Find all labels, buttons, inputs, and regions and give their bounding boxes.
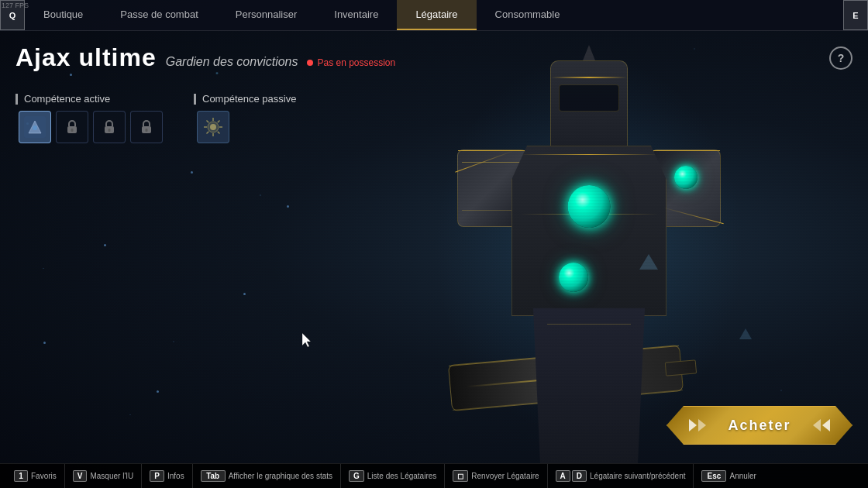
svg-rect-7 [146, 129, 148, 132]
svg-line-14 [218, 132, 220, 134]
hotkey-label-infos: Infos [167, 472, 184, 480]
hotkey-key-pair-ad: A D [556, 470, 587, 482]
skill-icon-passive-1[interactable] [197, 111, 229, 143]
hotkey-key-v: V [73, 470, 88, 482]
skill-icon-1[interactable] [19, 111, 51, 143]
hotkey-infos: P Infos [142, 464, 192, 488]
skill-icon-2[interactable] [56, 111, 88, 143]
svg-rect-4 [105, 126, 114, 133]
svg-point-17 [210, 124, 216, 130]
active-skills-group: Compétence active [16, 93, 163, 143]
hotkey-graphique: Tab Afficher le graphique des stats [193, 464, 341, 488]
character-name: Ajax ultime [16, 43, 157, 72]
skill-icon-3[interactable] [93, 111, 126, 143]
not-owned-dot [307, 60, 313, 66]
passive-skills-group: Compétence passive [194, 93, 296, 143]
hotkey-label-renvoyer: Renvoyer Légataire [471, 472, 539, 480]
character-subtitle: Gardien des convictions [166, 55, 298, 69]
active-skill-icons [16, 111, 163, 143]
lock-overlay-4 [131, 112, 162, 143]
buy-button-label: Acheter [728, 418, 790, 434]
main-content: Ajax ultime Gardien des convictions Pas … [0, 31, 868, 463]
title-section: Ajax ultime Gardien des convictions Pas … [16, 43, 395, 72]
passive-label-divider [194, 94, 196, 105]
hotkey-label-graphique: Afficher le graphique des stats [229, 472, 332, 480]
svg-point-8 [208, 122, 219, 132]
buy-arrows-right [813, 419, 830, 431]
svg-line-13 [207, 121, 209, 123]
hotkey-label-masquer: Masquer l'IU [90, 472, 133, 480]
hotkey-key-d: D [572, 470, 587, 482]
svg-rect-2 [67, 126, 77, 133]
passive-skill-icons [194, 111, 296, 143]
svg-rect-5 [108, 129, 111, 132]
lock-overlay-3 [94, 112, 125, 143]
buy-button-wrapper[interactable]: Acheter [666, 406, 852, 445]
not-owned-label: Pas en possession [317, 57, 395, 68]
nav-right-key[interactable]: E [843, 0, 868, 30]
tab-consommable[interactable]: Consommable [477, 0, 579, 30]
lock-overlay-2 [57, 112, 88, 143]
tab-personnaliser[interactable]: Personnaliser [217, 0, 316, 30]
hotkey-liste: G Liste des Légataires [341, 464, 445, 488]
svg-line-16 [207, 132, 209, 134]
svg-point-1 [33, 125, 37, 130]
passive-skills-label: Compétence passive [194, 93, 296, 105]
svg-rect-3 [71, 129, 74, 132]
hotkey-masquer-iu: V Masquer l'IU [65, 464, 143, 488]
hotkey-label-favoris: Favoris [31, 472, 57, 480]
hotkey-key-p: P [150, 470, 164, 482]
svg-rect-0 [24, 116, 46, 138]
hotkey-key-1: 1 [14, 470, 28, 482]
buy-button[interactable]: Acheter [666, 406, 852, 445]
not-owned-badge: Pas en possession [307, 57, 395, 68]
tab-legataire[interactable]: Légataire [397, 0, 476, 30]
help-button[interactable]: ? [829, 46, 852, 70]
hotkey-key-g: G [349, 470, 364, 482]
hotkey-renvoyer: ◻ Renvoyer Légataire [445, 464, 547, 488]
hotkey-label-liste: Liste des Légataires [367, 472, 437, 480]
hotkey-favoris: 1 Favoris [6, 464, 65, 488]
hotkey-legataire-nav: A D Légataire suivant/précédent [548, 464, 694, 488]
buy-arrows-left [689, 419, 706, 431]
hotkey-key-tab: Tab [201, 470, 226, 482]
active-skills-label: Compétence active [16, 93, 163, 105]
svg-line-15 [218, 121, 220, 123]
tab-boutique[interactable]: Boutique [25, 0, 102, 30]
hotkey-annuler: Esc Annuler [694, 464, 763, 488]
ui-overlay: Ajax ultime Gardien des convictions Pas … [0, 31, 868, 463]
hotkey-key-renvoyer: ◻ [453, 470, 468, 482]
label-divider [16, 94, 18, 105]
hotkey-bar: 1 Favoris V Masquer l'IU P Infos Tab Aff… [0, 463, 868, 488]
tab-inventaire[interactable]: Inventaire [315, 0, 397, 30]
hotkey-label-legataire-nav: Légataire suivant/précédent [590, 472, 685, 480]
tab-passe-de-combat[interactable]: Passe de combat [102, 0, 216, 30]
skill-icon-4[interactable] [130, 111, 163, 143]
hotkey-key-esc: Esc [701, 470, 726, 482]
skills-section: Compétence active [16, 93, 296, 143]
fps-counter: 127 FPS [2, 2, 29, 9]
cursor [302, 333, 315, 349]
hotkey-label-annuler: Annuler [729, 472, 756, 480]
hotkey-key-a: A [556, 470, 570, 482]
svg-rect-6 [142, 126, 151, 133]
navigation-bar: Q Boutique Passe de combat Personnaliser… [0, 0, 868, 31]
